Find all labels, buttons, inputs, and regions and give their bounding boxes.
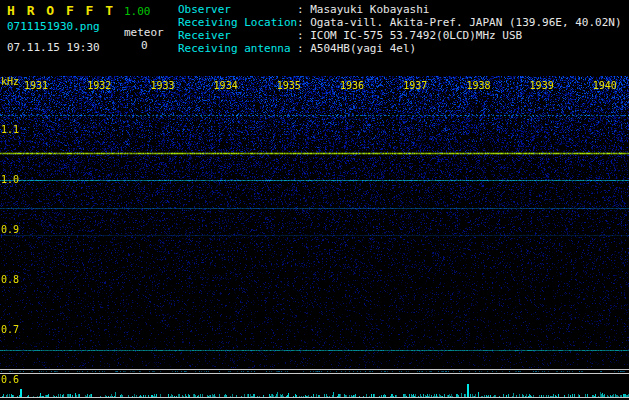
station-info-value: A504HB(yagi 4el) bbox=[310, 42, 416, 55]
station-info-value: Ogata-vill. Akita-Pref. JAPAN (139.96E, … bbox=[310, 16, 621, 29]
station-info-colon: : bbox=[297, 42, 310, 55]
station-info-value: Masayuki Kobayashi bbox=[310, 3, 429, 16]
station-info-colon: : bbox=[297, 3, 310, 16]
station-info-colon: : bbox=[297, 16, 310, 29]
app-version: 1.00 bbox=[124, 5, 151, 18]
station-info-row: Observer: Masayuki Kobayashi bbox=[178, 3, 622, 16]
signal-level-strip-canvas bbox=[0, 368, 629, 400]
station-info-label: Receiving antenna bbox=[178, 42, 297, 55]
station-info-label: Observer bbox=[178, 3, 297, 16]
station-info-block: Observer: Masayuki KobayashiReceiving Lo… bbox=[178, 3, 622, 55]
station-info-label: Receiver bbox=[178, 29, 297, 42]
spectrogram-canvas bbox=[0, 76, 629, 368]
y-axis-unit-label: kHz bbox=[1, 76, 19, 88]
station-info-row: Receiving Location: Ogata-vill. Akita-Pr… bbox=[178, 16, 622, 29]
station-info-row: Receiving antenna: A504HB(yagi 4el) bbox=[178, 42, 622, 55]
output-filename: 0711151930.png bbox=[7, 20, 100, 33]
station-info-colon: : bbox=[297, 29, 310, 42]
app-title: H R O F F T bbox=[7, 3, 115, 18]
station-info-value: ICOM IC-575 53.7492(0LCD)MHz USB bbox=[310, 29, 522, 42]
meteor-mode-label: meteor bbox=[124, 26, 164, 39]
hrofft-spectrogram-screen: H R O F F T 1.00 0711151930.png meteor 0… bbox=[0, 0, 629, 400]
meteor-count: 0 bbox=[141, 39, 148, 52]
station-info-label: Receiving Location bbox=[178, 16, 297, 29]
capture-datetime: 07.11.15 19:30 bbox=[7, 41, 100, 54]
station-info-row: Receiver: ICOM IC-575 53.7492(0LCD)MHz U… bbox=[178, 29, 622, 42]
